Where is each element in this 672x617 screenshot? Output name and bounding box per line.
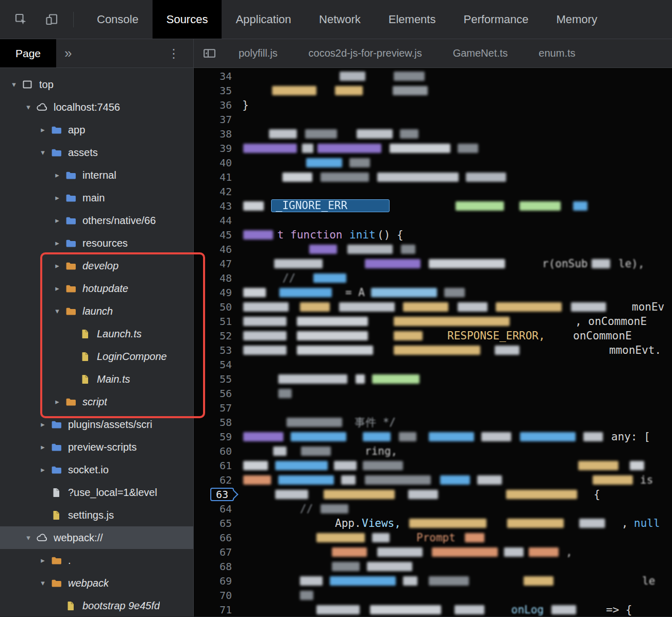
code-line-content[interactable]: t functioninit() { xyxy=(239,228,672,242)
tree-item-others-native-66[interactable]: ▸others/native/66 xyxy=(0,209,193,232)
code-line-content[interactable]: _IGNORE_ERR xyxy=(239,199,672,213)
devtools-tab-application[interactable]: Application xyxy=(222,0,305,39)
tree-item-hotupdate[interactable]: ▸hotupdate xyxy=(0,277,193,300)
hide-navigator-icon[interactable] xyxy=(194,39,223,67)
tree-item-assets[interactable]: ▾assets xyxy=(0,141,193,164)
tree-item-socket-io[interactable]: ▸socket.io xyxy=(0,458,193,481)
code-line-content[interactable] xyxy=(239,386,672,401)
line-number[interactable]: 57 xyxy=(194,401,239,415)
code-line-content[interactable] xyxy=(239,69,672,83)
line-number[interactable]: 54 xyxy=(194,357,239,372)
line-number[interactable]: 37 xyxy=(194,112,239,127)
line-number[interactable]: 61 xyxy=(194,458,239,473)
chevron-down-icon[interactable]: ▾ xyxy=(7,80,21,89)
line-number[interactable]: 50 xyxy=(194,300,239,314)
code-line-content[interactable]: , onCommonE xyxy=(239,314,672,329)
code-line-content[interactable]: // xyxy=(239,502,672,516)
tree-item-internal[interactable]: ▸internal xyxy=(0,164,193,186)
line-number[interactable]: 63 xyxy=(194,487,239,502)
code-line-content[interactable] xyxy=(239,83,672,98)
tree-item-top[interactable]: ▾top xyxy=(0,73,193,96)
code-line-content[interactable] xyxy=(239,170,672,184)
line-number[interactable]: 53 xyxy=(194,343,239,357)
tree-item-preview-scripts[interactable]: ▸preview-scripts xyxy=(0,436,193,458)
chevron-right-icon[interactable]: ▸ xyxy=(36,465,49,474)
inspect-cursor-icon[interactable] xyxy=(9,13,33,26)
chevron-right-icon[interactable]: ▸ xyxy=(51,170,64,180)
code-line-content[interactable]: onLog=> { xyxy=(239,603,672,616)
code-line-content[interactable] xyxy=(239,242,672,256)
code-line-content[interactable]: RESPONSE_ERROR,onCommonE xyxy=(239,329,672,343)
line-number[interactable]: 49 xyxy=(194,285,239,300)
devtools-tab-memory[interactable]: Memory xyxy=(542,0,611,39)
line-number[interactable]: 45 xyxy=(194,228,239,242)
chevron-right-icon[interactable]: ▸ xyxy=(36,420,49,429)
line-number[interactable]: 35 xyxy=(194,83,239,98)
devtools-tab-network[interactable]: Network xyxy=(305,0,375,39)
chevron-right-icon[interactable]: ▸ xyxy=(51,261,64,270)
chevron-down-icon[interactable]: ▾ xyxy=(22,102,35,112)
chevron-right-icon[interactable]: ▸ xyxy=(51,216,64,225)
devtools-tab-elements[interactable]: Elements xyxy=(375,0,450,39)
chevron-right-icon[interactable]: ▸ xyxy=(51,284,64,293)
devtools-tab-console[interactable]: Console xyxy=(83,0,153,39)
line-number[interactable]: 66 xyxy=(194,530,239,545)
tree-item-app[interactable]: ▸app xyxy=(0,118,193,141)
code-line-content[interactable]: } xyxy=(239,98,672,112)
chevron-right-icon[interactable]: ▸ xyxy=(36,442,49,452)
tree-item-webpack[interactable]: ▾webpack xyxy=(0,572,193,594)
line-number[interactable]: 51 xyxy=(194,314,239,329)
code-line-content[interactable] xyxy=(239,184,672,199)
line-number[interactable]: 64 xyxy=(194,502,239,516)
line-number[interactable]: 56 xyxy=(194,386,239,401)
chevron-down-icon[interactable]: ▾ xyxy=(22,533,35,542)
line-number[interactable]: 58 xyxy=(194,415,239,430)
line-number[interactable]: 39 xyxy=(194,141,239,156)
line-number[interactable]: 48 xyxy=(194,271,239,285)
file-tab-enum-ts[interactable]: enum.ts xyxy=(523,39,591,67)
chevron-right-icon[interactable]: ▸ xyxy=(36,125,49,134)
tree-item-main[interactable]: ▸main xyxy=(0,186,193,209)
devtools-tab-sources[interactable]: Sources xyxy=(153,0,222,39)
code-line-content[interactable] xyxy=(239,357,672,372)
chevron-down-icon[interactable]: ▾ xyxy=(36,578,49,588)
line-number[interactable]: 69 xyxy=(194,574,239,588)
code-line-content[interactable] xyxy=(239,372,672,386)
code-line-content[interactable]: le xyxy=(239,574,672,588)
tree-item-script[interactable]: ▸script xyxy=(0,390,193,413)
tree-item-use-local-1-level[interactable]: ?use_local=1&level xyxy=(0,481,193,504)
code-line-content[interactable] xyxy=(239,112,672,127)
code-line-content[interactable] xyxy=(239,559,672,574)
code-line-content[interactable]: // xyxy=(239,271,672,285)
chevron-right-icon[interactable]: ▸ xyxy=(36,556,49,565)
code-line-content[interactable]: monEv xyxy=(239,300,672,314)
line-number[interactable]: 60 xyxy=(194,444,239,458)
tree-item-bootstrap-9e45fd[interactable]: bootstrap 9e45fd xyxy=(0,594,193,616)
tree-item-resources[interactable]: ▸resources xyxy=(0,232,193,254)
code-line-content[interactable]: , xyxy=(239,545,672,559)
line-number[interactable]: 70 xyxy=(194,588,239,603)
code-line-content[interactable]: any: [ xyxy=(239,430,672,444)
line-number[interactable]: 40 xyxy=(194,156,239,170)
tree-item-plugins-assets-scri[interactable]: ▸plugins/assets/scri xyxy=(0,413,193,436)
line-number[interactable]: 71 xyxy=(194,603,239,616)
tree-item-develop[interactable]: ▸develop xyxy=(0,254,193,277)
code-line-content[interactable]: r(onSuble), xyxy=(239,256,672,271)
line-number[interactable]: 34 xyxy=(194,69,239,83)
line-number[interactable]: 68 xyxy=(194,559,239,574)
code-line-content[interactable] xyxy=(239,127,672,141)
line-number[interactable]: 47 xyxy=(194,256,239,271)
line-number[interactable]: 55 xyxy=(194,372,239,386)
chevron-down-icon[interactable]: ▾ xyxy=(51,306,64,316)
chevron-down-icon[interactable]: ▾ xyxy=(36,148,49,157)
line-number[interactable]: 41 xyxy=(194,170,239,184)
line-number[interactable]: 36 xyxy=(194,98,239,112)
code-line-content[interactable] xyxy=(239,141,672,156)
line-number[interactable]: 42 xyxy=(194,184,239,199)
line-number[interactable]: 62 xyxy=(194,473,239,487)
tree-item-webpack[interactable]: ▾webpack:// xyxy=(0,526,193,549)
code-line-content[interactable] xyxy=(239,458,672,473)
code-line-content[interactable] xyxy=(239,156,672,170)
chevron-right-icon[interactable]: ▸ xyxy=(51,397,64,406)
line-number[interactable]: 44 xyxy=(194,213,239,228)
